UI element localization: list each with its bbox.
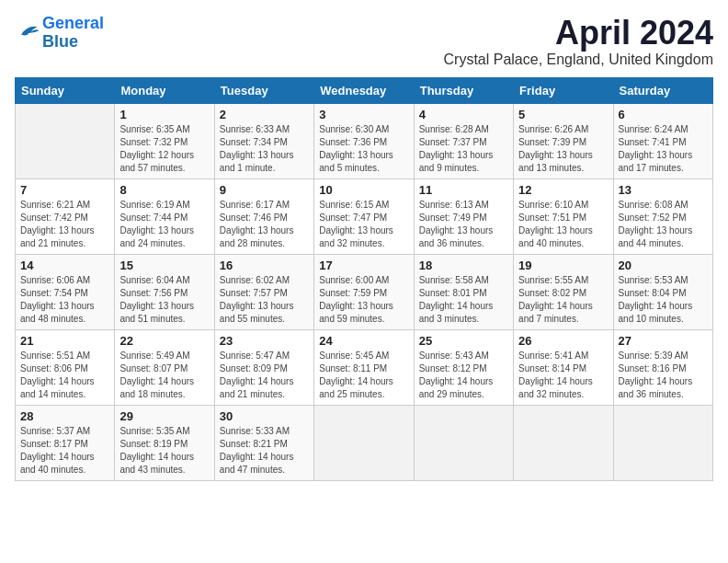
cell-info: Sunrise: 5:47 AMSunset: 8:09 PMDaylight:… (220, 350, 309, 401)
cell-info: Sunrise: 5:51 AMSunset: 8:06 PMDaylight:… (20, 350, 109, 401)
cell-info: Sunrise: 5:58 AMSunset: 8:01 PMDaylight:… (419, 274, 508, 326)
day-number: 16 (220, 259, 309, 272)
cell-info: Sunrise: 6:06 AMSunset: 7:54 PMDaylight:… (20, 274, 109, 326)
calendar-cell (414, 405, 513, 480)
cell-info: Sunrise: 5:55 AMSunset: 8:02 PMDaylight:… (518, 274, 608, 326)
calendar-cell: 29Sunrise: 5:35 AMSunset: 8:19 PMDayligh… (115, 405, 214, 480)
day-number: 13 (619, 183, 708, 197)
calendar-cell: 13Sunrise: 6:08 AMSunset: 7:52 PMDayligh… (613, 178, 712, 254)
page-header: General Blue April 2024 Crystal Palace, … (15, 15, 713, 68)
cell-info: Sunrise: 6:26 AMSunset: 7:39 PMDaylight:… (518, 123, 608, 175)
calendar-cell: 9Sunrise: 6:17 AMSunset: 7:46 PMDaylight… (214, 178, 313, 254)
calendar-cell: 30Sunrise: 5:33 AMSunset: 8:21 PMDayligh… (214, 405, 313, 480)
day-number: 8 (119, 183, 209, 197)
calendar-cell: 10Sunrise: 6:15 AMSunset: 7:47 PMDayligh… (314, 178, 414, 254)
day-number: 7 (20, 183, 109, 197)
day-number: 20 (619, 259, 708, 272)
cell-info: Sunrise: 6:24 AMSunset: 7:41 PMDaylight:… (619, 123, 708, 175)
week-row-3: 14Sunrise: 6:06 AMSunset: 7:54 PMDayligh… (16, 254, 713, 329)
logo-text-general: General (42, 14, 104, 32)
cell-info: Sunrise: 6:17 AMSunset: 7:46 PMDaylight:… (220, 199, 309, 250)
day-number: 19 (518, 259, 608, 272)
cell-info: Sunrise: 6:33 AMSunset: 7:34 PMDaylight:… (220, 123, 309, 175)
weekday-header-saturday: Saturday (613, 77, 712, 103)
day-number: 25 (419, 334, 508, 348)
calendar-cell (16, 103, 115, 178)
calendar-cell (514, 405, 613, 480)
calendar-cell: 14Sunrise: 6:06 AMSunset: 7:54 PMDayligh… (16, 254, 115, 329)
cell-info: Sunrise: 6:19 AMSunset: 7:44 PMDaylight:… (119, 199, 209, 250)
weekday-header-wednesday: Wednesday (314, 77, 414, 103)
cell-info: Sunrise: 6:00 AMSunset: 7:59 PMDaylight:… (319, 274, 408, 326)
cell-info: Sunrise: 6:08 AMSunset: 7:52 PMDaylight:… (619, 199, 708, 250)
weekday-header-sunday: Sunday (16, 77, 115, 103)
calendar-cell: 19Sunrise: 5:55 AMSunset: 8:02 PMDayligh… (514, 254, 613, 329)
logo-bird-icon (15, 21, 40, 41)
calendar-cell: 20Sunrise: 5:53 AMSunset: 8:04 PMDayligh… (613, 254, 712, 329)
cell-info: Sunrise: 6:15 AMSunset: 7:47 PMDaylight:… (319, 199, 408, 250)
day-number: 26 (518, 334, 608, 348)
weekday-header-row: SundayMondayTuesdayWednesdayThursdayFrid… (16, 77, 713, 103)
day-number: 1 (119, 108, 209, 121)
day-number: 2 (220, 108, 309, 121)
day-number: 3 (319, 108, 408, 121)
day-number: 30 (220, 409, 309, 423)
calendar-cell: 18Sunrise: 5:58 AMSunset: 8:01 PMDayligh… (414, 254, 513, 329)
week-row-5: 28Sunrise: 5:37 AMSunset: 8:17 PMDayligh… (16, 405, 713, 480)
day-number: 18 (419, 259, 508, 272)
week-row-2: 7Sunrise: 6:21 AMSunset: 7:42 PMDaylight… (16, 178, 713, 254)
day-number: 27 (619, 334, 708, 348)
calendar-cell: 12Sunrise: 6:10 AMSunset: 7:51 PMDayligh… (514, 178, 613, 254)
day-number: 29 (119, 409, 209, 423)
day-number: 5 (518, 108, 608, 121)
cell-info: Sunrise: 5:53 AMSunset: 8:04 PMDaylight:… (619, 274, 708, 326)
calendar-cell (613, 405, 712, 480)
cell-info: Sunrise: 5:49 AMSunset: 8:07 PMDaylight:… (119, 350, 209, 401)
day-number: 12 (518, 183, 608, 197)
day-number: 17 (319, 259, 408, 272)
week-row-1: 1Sunrise: 6:35 AMSunset: 7:32 PMDaylight… (16, 103, 713, 178)
calendar-cell: 6Sunrise: 6:24 AMSunset: 7:41 PMDaylight… (613, 103, 712, 178)
day-number: 9 (220, 183, 309, 197)
day-number: 23 (220, 334, 309, 348)
cell-info: Sunrise: 5:37 AMSunset: 8:17 PMDaylight:… (20, 425, 109, 477)
cell-info: Sunrise: 6:28 AMSunset: 7:37 PMDaylight:… (419, 123, 508, 175)
cell-info: Sunrise: 5:45 AMSunset: 8:11 PMDaylight:… (319, 350, 408, 401)
calendar-cell: 17Sunrise: 6:00 AMSunset: 7:59 PMDayligh… (314, 254, 414, 329)
calendar-cell: 28Sunrise: 5:37 AMSunset: 8:17 PMDayligh… (16, 405, 115, 480)
calendar-cell (314, 405, 414, 480)
calendar-table: SundayMondayTuesdayWednesdayThursdayFrid… (15, 77, 713, 481)
calendar-cell: 11Sunrise: 6:13 AMSunset: 7:49 PMDayligh… (414, 178, 513, 254)
calendar-cell: 7Sunrise: 6:21 AMSunset: 7:42 PMDaylight… (16, 178, 115, 254)
cell-info: Sunrise: 5:43 AMSunset: 8:12 PMDaylight:… (419, 350, 508, 401)
calendar-cell: 23Sunrise: 5:47 AMSunset: 8:09 PMDayligh… (214, 329, 313, 405)
weekday-header-tuesday: Tuesday (214, 77, 313, 103)
title-block: April 2024 Crystal Palace, England, Unit… (444, 15, 714, 68)
day-number: 14 (20, 259, 109, 272)
cell-info: Sunrise: 6:35 AMSunset: 7:32 PMDaylight:… (119, 123, 209, 175)
day-number: 11 (419, 183, 508, 197)
day-number: 10 (319, 183, 408, 197)
cell-info: Sunrise: 5:41 AMSunset: 8:14 PMDaylight:… (518, 350, 608, 401)
day-number: 6 (619, 108, 708, 121)
calendar-cell: 8Sunrise: 6:19 AMSunset: 7:44 PMDaylight… (115, 178, 214, 254)
calendar-cell: 25Sunrise: 5:43 AMSunset: 8:12 PMDayligh… (414, 329, 513, 405)
calendar-cell: 24Sunrise: 5:45 AMSunset: 8:11 PMDayligh… (314, 329, 414, 405)
calendar-cell: 4Sunrise: 6:28 AMSunset: 7:37 PMDaylight… (414, 103, 513, 178)
calendar-title: April 2024 (444, 15, 714, 52)
calendar-cell: 15Sunrise: 6:04 AMSunset: 7:56 PMDayligh… (115, 254, 214, 329)
day-number: 21 (20, 334, 109, 348)
day-number: 15 (119, 259, 209, 272)
day-number: 22 (119, 334, 209, 348)
logo: General Blue (15, 15, 104, 52)
calendar-cell: 3Sunrise: 6:30 AMSunset: 7:36 PMDaylight… (314, 103, 414, 178)
logo-text-blue: Blue (42, 32, 78, 51)
cell-info: Sunrise: 6:02 AMSunset: 7:57 PMDaylight:… (220, 274, 309, 326)
cell-info: Sunrise: 6:21 AMSunset: 7:42 PMDaylight:… (20, 199, 109, 250)
cell-info: Sunrise: 6:30 AMSunset: 7:36 PMDaylight:… (319, 123, 408, 175)
calendar-cell: 2Sunrise: 6:33 AMSunset: 7:34 PMDaylight… (214, 103, 313, 178)
weekday-header-thursday: Thursday (414, 77, 513, 103)
cell-info: Sunrise: 5:39 AMSunset: 8:16 PMDaylight:… (619, 350, 708, 401)
cell-info: Sunrise: 5:33 AMSunset: 8:21 PMDaylight:… (220, 425, 309, 477)
day-number: 24 (319, 334, 408, 348)
